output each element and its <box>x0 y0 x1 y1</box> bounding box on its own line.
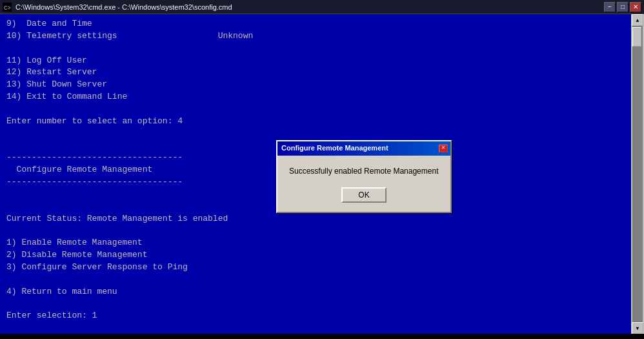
title-bar-controls: − □ ✕ <box>604 2 641 12</box>
dialog-title: Configure Remote Management <box>281 143 388 154</box>
terminal-area[interactable]: 9) Date and Time 10) Telemetry settings … <box>0 14 631 334</box>
maximize-button[interactable]: □ <box>617 2 629 12</box>
close-button[interactable]: ✕ <box>630 2 641 12</box>
minimize-button[interactable]: − <box>604 2 616 12</box>
dialog-title-bar: Configure Remote Management ✕ <box>277 141 450 156</box>
scroll-track[interactable] <box>632 26 643 322</box>
scroll-thumb[interactable] <box>632 27 641 46</box>
dialog-content: Successfully enabled Remote Management O… <box>277 156 450 212</box>
window-title: C:\Windows\System32\cmd.exe - C:\Windows… <box>15 3 232 11</box>
app-window: C> C:\Windows\System32\cmd.exe - C:\Wind… <box>0 0 644 339</box>
dialog-buttons: OK <box>289 187 439 203</box>
title-bar-left: C> C:\Windows\System32\cmd.exe - C:\Wind… <box>3 3 232 12</box>
scrollbar[interactable]: ▲ ▼ <box>631 14 644 334</box>
svg-text:C>: C> <box>4 5 11 12</box>
dialog-ok-button[interactable]: OK <box>341 187 387 203</box>
terminal-row: 9) Date and Time 10) Telemetry settings … <box>0 14 644 339</box>
dialog-close-button[interactable]: ✕ <box>439 145 448 152</box>
title-bar: C> C:\Windows\System32\cmd.exe - C:\Wind… <box>0 0 644 14</box>
scroll-up-arrow[interactable]: ▲ <box>632 14 643 26</box>
dialog-message: Successfully enabled Remote Management <box>289 166 439 177</box>
cmd-icon: C> <box>3 3 12 12</box>
dialog-box: Configure Remote Management ✕ Successful… <box>276 140 452 213</box>
scroll-down-arrow[interactable]: ▼ <box>632 322 643 334</box>
